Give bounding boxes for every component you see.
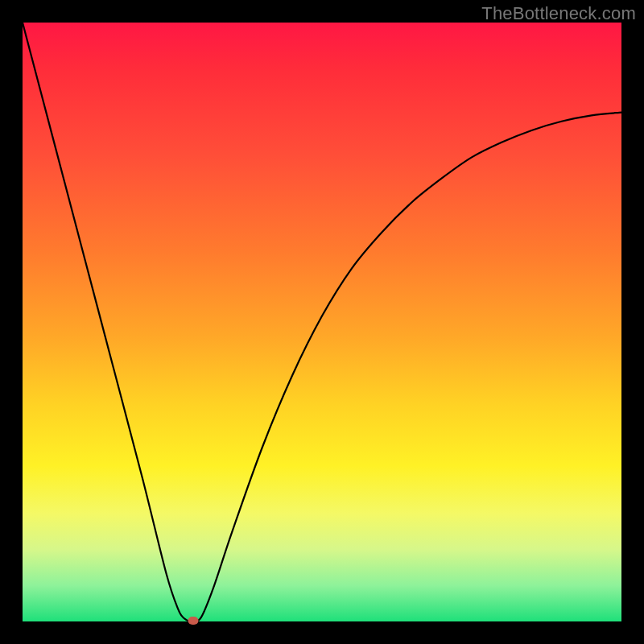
plot-area bbox=[23, 23, 621, 621]
minimum-marker bbox=[188, 617, 199, 625]
watermark-text: TheBottleneck.com bbox=[481, 3, 636, 24]
bottleneck-curve bbox=[23, 23, 621, 622]
chart-frame: TheBottleneck.com bbox=[0, 0, 644, 644]
curve-svg bbox=[23, 23, 621, 621]
